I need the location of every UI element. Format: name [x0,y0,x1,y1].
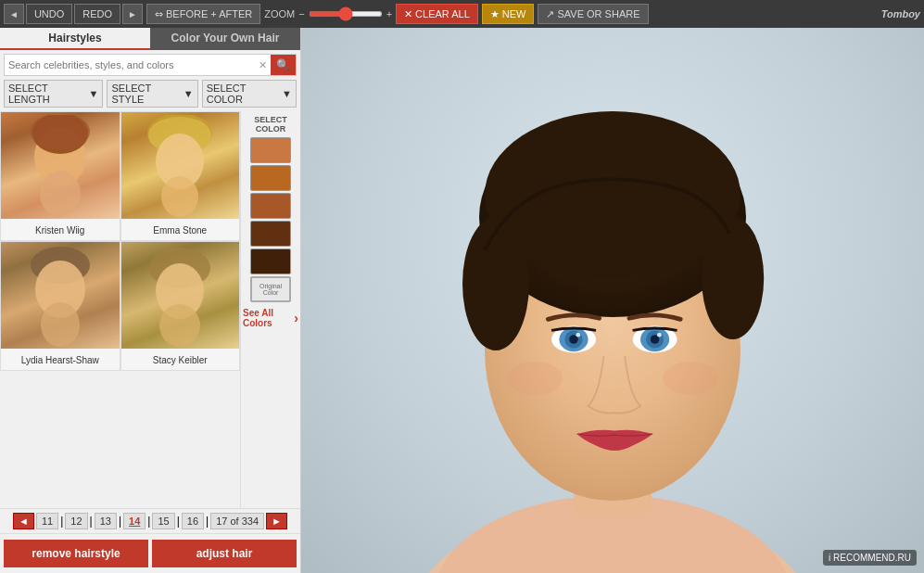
clear-all-button[interactable]: ✕ CLEAR ALL [396,4,478,24]
clear-icon: ✕ [404,8,412,20]
svg-point-32 [657,333,662,337]
before-after-label: BEFORE + AFTER [166,8,252,19]
brand-label: Tomboy [881,8,920,19]
redo-button[interactable]: REDO [74,4,120,24]
color-swatch-original[interactable]: Original Color [250,276,291,302]
tab-color[interactable]: Color Your Own Hair [150,28,300,50]
sidebar: Hairstyles Color Your Own Hair ✕ 🔍 SELEC… [0,28,301,573]
color-swatch-1[interactable] [250,137,291,163]
page-sep-1: | [60,515,63,528]
filter-color[interactable]: SELECT COLOR ▼ [202,80,297,108]
zoom-plus: + [386,8,392,19]
undo-prev-button[interactable]: ◄ [4,4,24,24]
page-sep-3: | [119,515,121,528]
color-swatch-5[interactable] [250,248,291,274]
undo-redo-group: ◄ UNDO REDO ► [4,4,143,24]
color-swatch-2[interactable] [250,165,291,191]
page-sep-2: | [90,515,93,528]
chevron-down-icon-2: ▼ [184,88,194,99]
celeb-silhouette-4 [143,245,217,347]
page-12[interactable]: 12 [65,513,87,529]
photo-area: i RECOMMEND.RU [301,28,924,573]
celeb-label-stacy: Stacy Keibler [121,349,240,371]
hair-row-2: Lydia Hearst-Shaw Stacy Keibler [0,241,240,371]
celeb-silhouette-3 [23,245,97,347]
celeb-label-emma-stone: Emma Stone [121,219,240,241]
search-input[interactable] [5,57,255,72]
color-panel: SELECT COLOR Original Color See All Colo… [240,111,300,508]
main-area: Hairstyles Color Your Own Hair ✕ 🔍 SELEC… [0,28,924,573]
celeb-photo-stacy [121,242,240,349]
new-button[interactable]: ★ NEW [482,4,535,24]
pagination: ◄ 11 | 12 | 13 | 14 | 15 | 16 | 17 of 33… [0,508,300,533]
filters: SELECT LENGTH ▼ SELECT STYLE ▼ SELECT CO… [0,80,300,111]
filter-length[interactable]: SELECT LENGTH ▼ [4,80,103,108]
celeb-silhouette-2 [143,115,217,217]
main-photo-background [301,28,924,573]
page-14[interactable]: 14 [123,513,146,529]
filter-style[interactable]: SELECT STYLE ▼ [107,80,197,108]
search-clear-button[interactable]: ✕ [255,57,271,73]
celeb-photo-emma-stone [121,112,240,219]
celeb-photo-kristen-wiig [1,112,120,219]
portrait-svg [301,28,924,573]
zoom-minus: − [298,8,304,19]
svg-point-34 [663,362,718,395]
search-bar: ✕ 🔍 [4,54,297,76]
tabs: Hairstyles Color Your Own Hair [0,28,300,50]
page-sep-5: | [177,515,180,528]
svg-point-33 [507,362,563,395]
zoom-slider[interactable] [309,11,383,17]
undo-button[interactable]: UNDO [26,4,72,24]
chevron-down-icon: ▼ [89,88,99,99]
page-11[interactable]: 11 [36,513,58,529]
svg-point-7 [161,176,198,217]
tab-hairstyles[interactable]: Hairstyles [0,28,150,50]
svg-point-22 [702,217,764,339]
hair-cell-lydia[interactable]: Lydia Hearst-Shaw [0,241,120,371]
save-share-button[interactable]: ↗ SAVE OR SHARE [538,4,648,24]
celeb-photo-lydia [1,242,120,349]
recommend-badge: i RECOMMEND.RU [823,550,917,566]
page-13[interactable]: 13 [95,513,117,529]
content-area: Kristen Wiig E [0,111,300,508]
before-after-button[interactable]: ⇔ BEFORE + AFTER [146,4,260,24]
zoom-label: ZOOM [264,8,295,19]
color-swatch-3[interactable] [250,193,291,219]
hair-grid: Kristen Wiig E [0,111,240,508]
celeb-label-lydia: Lydia Hearst-Shaw [1,349,120,371]
celeb-silhouette-1 [23,115,97,217]
redo-next-button[interactable]: ► [122,4,143,24]
hair-cell-stacy[interactable]: Stacy Keibler [120,241,241,371]
star-icon: ★ [490,8,500,20]
page-17-of-334[interactable]: 17 of 334 [210,513,264,529]
toolbar: ◄ UNDO REDO ► ⇔ BEFORE + AFTER ZOOM − + … [0,0,924,28]
search-submit-button[interactable]: 🔍 [271,55,296,75]
svg-point-13 [159,304,200,347]
celeb-label-kristen-wiig: Kristen Wiig [1,219,120,241]
color-panel-title: SELECT COLOR [243,115,298,134]
see-all-colors-button[interactable]: See All Colors › [243,308,298,328]
svg-point-10 [41,302,80,347]
zoom-area: ZOOM − + [264,8,392,19]
action-buttons: remove hairstyle adjust hair [0,533,300,573]
pagination-prev-button[interactable]: ◄ [13,513,34,529]
svg-point-21 [462,217,529,350]
page-sep-6: | [206,515,209,528]
before-after-icon: ⇔ [155,8,163,20]
remove-hairstyle-button[interactable]: remove hairstyle [4,540,148,567]
hair-cell-kristen-wiig[interactable]: Kristen Wiig [0,111,120,241]
adjust-hair-button[interactable]: adjust hair [152,540,297,567]
color-swatch-4[interactable] [250,221,291,247]
pagination-next-button[interactable]: ► [266,513,287,529]
hair-cell-emma-stone[interactable]: Emma Stone [120,111,241,241]
hair-row-1: Kristen Wiig E [0,111,240,241]
page-15[interactable]: 15 [152,513,174,529]
share-icon: ↗ [546,8,554,20]
svg-point-3 [40,171,81,217]
page-16[interactable]: 16 [182,513,204,529]
page-sep-4: | [147,515,150,528]
original-color-label: Original Color [252,283,289,296]
see-all-arrow-icon: › [294,311,298,325]
chevron-down-icon-3: ▼ [282,88,292,99]
